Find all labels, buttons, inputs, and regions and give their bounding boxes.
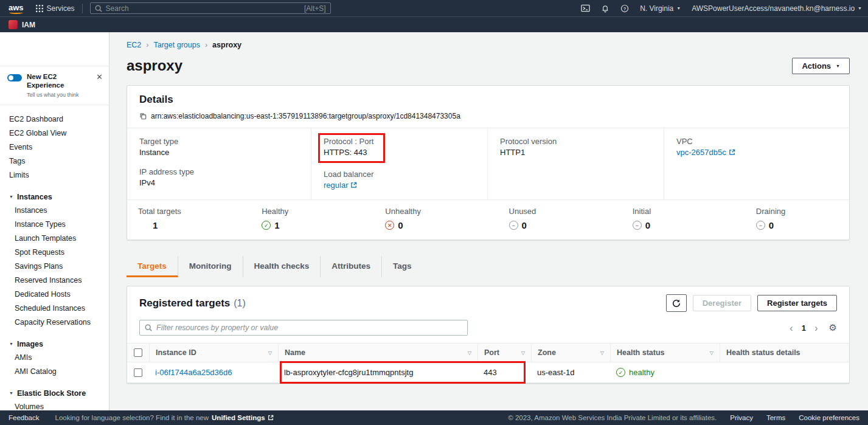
sidebar-item[interactable]: Instances [0,204,109,218]
tab-tags[interactable]: Tags [382,256,423,277]
footer-link[interactable]: Terms [766,414,785,421]
column-header-name[interactable]: Name▽ [278,344,477,362]
sidebar-item[interactable]: Reserved Instances [0,274,109,288]
column-header-health-status[interactable]: Health status▽ [610,344,720,362]
sidebar-item-label: Scheduled Instances [15,304,85,313]
sidebar-item[interactable]: Savings Plans [0,260,109,274]
global-search[interactable]: [Alt+S] [90,2,331,14]
sidebar-item[interactable]: Launch Templates [0,232,109,246]
register-targets-button[interactable]: Register targets [757,295,837,311]
filter-input[interactable] [156,323,462,332]
sort-icon[interactable]: ▽ [516,350,525,356]
external-link-icon [729,149,735,156]
breadcrumb-separator: › [146,41,148,49]
sidebar-item[interactable]: EC2 Global View [0,126,109,140]
refresh-button[interactable] [666,294,687,312]
stat-label: Healthy [262,207,355,216]
sidebar-item-label: Instance Types [15,220,66,229]
breadcrumb-target-groups[interactable]: Target groups [154,41,200,49]
account-label: AWSPowerUserAccess/navaneeth.kn@harness.… [692,4,855,13]
sort-icon[interactable]: ▽ [595,350,604,356]
sidebar-item[interactable]: Capacity Reservations [0,316,109,330]
row-checkbox[interactable] [134,368,142,377]
sidebar-item[interactable]: Events [0,140,109,154]
services-grid-icon [36,5,43,12]
iam-service-link[interactable]: IAM [22,21,35,29]
column-header-port[interactable]: Port▽ [477,344,531,362]
sidebar-item[interactable]: AMIs [0,351,109,365]
stat-label: Total targets [138,207,231,216]
new-experience-text: New EC2 Experience Tell us what you thin… [27,73,91,98]
filter-box[interactable] [139,320,468,336]
sidebar-item[interactable]: Dedicated Hosts [0,288,109,302]
sidebar-item[interactable]: Spot Requests [0,246,109,260]
previous-page-icon[interactable]: ‹ [790,323,793,333]
help-icon[interactable]: ? [620,4,629,13]
sidebar-section-header[interactable]: ▼ Elastic Block Store [0,387,109,400]
field-load-balancer: Load balancer regular [324,170,475,190]
tab-attributes[interactable]: Attributes [321,256,382,277]
table-settings-gear-icon[interactable]: ⚙ [829,322,837,333]
sidebar-item[interactable]: Limits [0,168,109,182]
copy-icon[interactable] [139,112,147,120]
feedback-link[interactable]: Feedback [9,414,40,421]
select-all-checkbox[interactable] [134,348,142,357]
target-name: lb-asproxytyler-cfcg8jru1tmmqpntsjtg [284,368,413,377]
sidebar-item-label: Volumes [15,403,44,410]
sort-icon[interactable]: ▽ [263,350,272,356]
search-input[interactable] [106,4,300,13]
target-port-cell: 443 [477,362,531,382]
instance-id-link[interactable]: i-06f1744a6a25d36d6 [155,368,232,377]
tab-health-checks[interactable]: Health checks [243,256,321,277]
tab-monitoring[interactable]: Monitoring [178,256,243,277]
page-number[interactable]: 1 [802,323,806,333]
aws-logo[interactable]: aws [7,3,29,14]
notifications-bell-icon[interactable] [601,4,609,13]
unified-settings-link[interactable]: Unified Settings [212,414,274,421]
sidebar-item[interactable]: Volumes [0,400,109,410]
sidebar-item[interactable]: Tags [0,154,109,168]
sort-icon[interactable]: ▽ [463,350,471,356]
chevron-down-icon: ▼ [9,195,13,199]
language-text: Looking for language selection? Find it … [55,414,209,421]
sidebar-section-title: Elastic Block Store [17,389,86,398]
footer-link[interactable]: Privacy [730,414,753,421]
tab-targets[interactable]: Targets [127,256,178,277]
actions-button[interactable]: Actions ▼ [792,58,850,74]
sidebar-item[interactable]: EC2 Dashboard [0,112,109,126]
initial-minus-icon: − [633,221,642,230]
sidebar-item[interactable]: Scheduled Instances [0,302,109,316]
column-header-zone[interactable]: Zone▽ [531,344,610,362]
vpc-link[interactable]: vpc-2657db5c [676,148,735,157]
next-page-icon[interactable]: › [814,323,818,333]
column-header-instance-id[interactable]: Instance ID▽ [149,344,278,362]
sidebar-item[interactable]: Instance Types [0,218,109,232]
region-selector[interactable]: N. Virginia ▼ [640,4,681,13]
stat-label: Unhealthy [385,207,478,216]
sidebar-section-header[interactable]: ▼ Images [0,337,109,351]
sidebar-item-label: Launch Templates [15,234,76,243]
banner-subtitle[interactable]: Tell us what you think [27,92,91,98]
cloudshell-icon[interactable] [581,4,590,13]
account-menu[interactable]: AWSPowerUserAccess/navaneeth.kn@harness.… [692,4,862,13]
sidebar-section-list: Volumes Snapshots [0,400,109,410]
sidebar-section-instances: ▼ Instances Instances Instance Types Lau… [0,190,109,330]
column-label: Health status [617,348,665,357]
sidebar-item[interactable]: AMI Catalog [0,365,109,379]
language-selection-note: Looking for language selection? Find it … [55,414,274,421]
sidebar-top-list: EC2 Dashboard EC2 Global View Events Tag… [0,112,109,182]
load-balancer-link[interactable]: regular [324,181,357,190]
deregister-button[interactable]: Deregister [693,295,751,311]
close-icon[interactable]: ✕ [96,73,103,81]
services-menu[interactable]: Services [36,4,75,13]
field-label: Protocol version [500,137,651,146]
link-label: vpc-2657db5c [676,148,726,157]
stat-draining: Draining −0 [726,207,849,230]
new-experience-toggle[interactable] [7,74,22,81]
sort-icon[interactable]: ▽ [705,350,713,356]
breadcrumb-ec2[interactable]: EC2 [127,41,141,49]
stat-label: Unused [509,207,602,216]
sidebar-section-header[interactable]: ▼ Instances [0,190,109,204]
sidebar-section-ebs: ▼ Elastic Block Store Volumes Snapshots [0,387,109,410]
footer-link[interactable]: Cookie preferences [799,414,859,421]
